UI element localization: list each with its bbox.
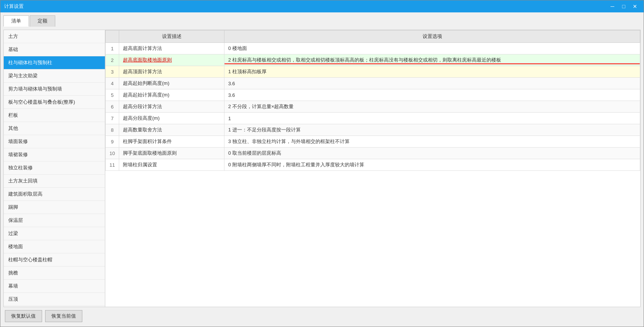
row-val: 0 附墙柱两侧墙厚不同时，附墙柱工程量并入厚度较大的墙计算 [224, 159, 640, 171]
row-num: 6 [106, 101, 119, 113]
window-body: 清单 定额 土方 基础 柱与砌体柱与预制柱 梁与主次助梁 剪力墙与砌体墙与预制墙… [0, 12, 644, 327]
row-desc: 柱脚手架面积计算条件 [119, 136, 224, 148]
col-desc-header: 设置描述 [119, 30, 224, 43]
tab-dinge[interactable]: 定额 [30, 15, 55, 27]
row-val: 1 进一：不足分段高度按一段计算 [224, 124, 640, 136]
sidebar-item-tijiao[interactable]: 踢脚 [4, 201, 105, 214]
tab-qingdan[interactable]: 清单 [3, 15, 29, 27]
sidebar-item-other[interactable]: 其他 [4, 122, 105, 135]
main-content: 土方 基础 柱与砌体柱与预制柱 梁与主次助梁 剪力墙与砌体墙与预制墙 板与空心楼… [3, 30, 641, 307]
table-row[interactable]: 2 超高底面取楼地面原则 2 柱庑标高与楼板相交或相切，取相交或相切楼板顶标高高… [106, 54, 640, 66]
sidebar-item-qiangmian[interactable]: 墙面装修 [4, 135, 105, 148]
row-val: 3.6 [224, 78, 640, 89]
table-row[interactable]: 4 超高起始判断高度(m) 3.6 [106, 78, 640, 89]
table-row[interactable]: 6 超高分段计算方法 2 不分段，计算总量×超高数量 [106, 101, 640, 113]
row-desc: 超高分段高度(m) [119, 113, 224, 124]
row-val: 2 柱庑标高与楼板相交或相切，取相交或相切楼板顶标高高的板；柱庑标高没有与楼板相… [224, 54, 640, 66]
sidebar-item-liang[interactable]: 梁与主次助梁 [4, 69, 105, 83]
table-row[interactable]: 8 超高数量取舍方法 1 进一：不足分段高度按一段计算 [106, 124, 640, 136]
col-num-header [106, 30, 119, 43]
row-num: 3 [106, 66, 119, 78]
sidebar-item-qiangqun[interactable]: 墙裙装修 [4, 148, 105, 161]
sidebar-item-baowenceng[interactable]: 保温层 [4, 214, 105, 227]
row-num: 1 [106, 43, 119, 54]
row-desc: 脚手架底面取楼地面原则 [119, 148, 224, 159]
footer: 恢复默认值 恢复当前值 [3, 307, 641, 324]
row-num: 9 [106, 136, 119, 148]
sidebar-item-tiaoeyan[interactable]: 挑檐 [4, 267, 105, 280]
row-num: 4 [106, 78, 119, 89]
row-desc: 超高起始计算高度(m) [119, 89, 224, 101]
row-desc: 超高底面计算方法 [119, 43, 224, 54]
row-val: 0 楼地面 [224, 43, 640, 54]
sidebar: 土方 基础 柱与砌体柱与预制柱 梁与主次助梁 剪力墙与砌体墙与预制墙 板与空心楼… [4, 30, 105, 307]
row-desc: 超高底面取楼地面原则 [119, 54, 224, 66]
col-val-header: 设置选项 [224, 30, 640, 43]
row-num: 8 [106, 124, 119, 136]
row-desc: 超高数量取舍方法 [119, 124, 224, 136]
sidebar-item-dulizhu[interactable]: 独立柱装修 [4, 161, 105, 175]
sidebar-item-tufanghuitu[interactable]: 土方灰土回填 [4, 175, 105, 188]
row-num: 10 [106, 148, 119, 159]
tab-bar: 清单 定额 [3, 15, 641, 27]
sidebar-item-guoliang[interactable]: 过梁 [4, 227, 105, 240]
table-container: 设置描述 设置选项 1 超高底面计算方法 0 楼地面 [105, 30, 640, 307]
table-row[interactable]: 5 超高起始计算高度(m) 3.6 [106, 89, 640, 101]
sidebar-item-tufang[interactable]: 土方 [4, 30, 105, 43]
row-desc: 超高起始判断高度(m) [119, 78, 224, 89]
maximize-button[interactable]: □ [619, 3, 629, 10]
close-button[interactable]: ✕ [630, 3, 640, 10]
sidebar-item-yading[interactable]: 压顶 [4, 293, 105, 306]
sidebar-item-zhumu[interactable]: 柱帽与空心楼盖柱帽 [4, 253, 105, 267]
sidebar-item-muqiang[interactable]: 幕墙 [4, 280, 105, 293]
table-row[interactable]: 3 超高顶面计算方法 1 柱顶标高扣板厚 [106, 66, 640, 78]
sidebar-item-loudimian[interactable]: 楼地面 [4, 240, 105, 253]
window-title: 计算设置 [4, 3, 608, 10]
row-val: 0 取当前楼层的层庑标高 [224, 148, 640, 159]
table-row[interactable]: 7 超高分段高度(m) 1 [106, 113, 640, 124]
sidebar-item-jianzhu[interactable]: 建筑面积取层高 [4, 188, 105, 201]
minimize-button[interactable]: ─ [608, 3, 617, 10]
row-num: 2 [106, 54, 119, 66]
restore-default-button[interactable]: 恢复默认值 [5, 310, 42, 322]
row-desc: 超高顶面计算方法 [119, 66, 224, 78]
table-row[interactable]: 10 脚手架底面取楼地面原则 0 取当前楼层的层庑标高 [106, 148, 640, 159]
main-window: 计算设置 ─ □ ✕ 清单 定额 土方 基础 柱与砌体柱与预制柱 梁与主次助梁 … [0, 0, 644, 327]
row-desc: 附墙柱归属设置 [119, 159, 224, 171]
table-row[interactable]: 11 附墙柱归属设置 0 附墙柱两侧墙厚不同时，附墙柱工程量并入厚度较大的墙计算 [106, 159, 640, 171]
restore-current-button[interactable]: 恢复当前值 [45, 310, 82, 322]
sidebar-item-ban[interactable]: 板与空心楼盖板与叠合板(整厚) [4, 96, 105, 109]
table-row[interactable]: 1 超高底面计算方法 0 楼地面 [106, 43, 640, 54]
row-val: 3.6 [224, 89, 640, 101]
sidebar-item-zhu[interactable]: 柱与砌体柱与预制柱 [4, 56, 105, 69]
row-desc: 超高分段计算方法 [119, 101, 224, 113]
sidebar-item-jichu[interactable]: 基础 [4, 43, 105, 56]
table-row[interactable]: 9 柱脚手架面积计算条件 3 独立柱、非独立柱均计算，与外墙相交的框架柱不计算 [106, 136, 640, 148]
sidebar-item-lanban[interactable]: 栏板 [4, 109, 105, 122]
title-bar: 计算设置 ─ □ ✕ [0, 0, 644, 12]
sidebar-item-jianliwall[interactable]: 剪力墙与砌体墙与预制墙 [4, 83, 105, 96]
window-controls: ─ □ ✕ [608, 3, 640, 10]
settings-table: 设置描述 设置选项 1 超高底面计算方法 0 楼地面 [105, 30, 640, 171]
row-val: 1 柱顶标高扣板厚 [224, 66, 640, 78]
row-val: 2 不分段，计算总量×超高数量 [224, 101, 640, 113]
row-desc-text: 超高底面取楼地面原则 [123, 57, 172, 63]
row-num: 7 [106, 113, 119, 124]
row-val: 1 [224, 113, 640, 124]
row-val: 3 独立柱、非独立柱均计算，与外墙相交的框架柱不计算 [224, 136, 640, 148]
content-area: 设置描述 设置选项 1 超高底面计算方法 0 楼地面 [105, 30, 640, 307]
row-num: 5 [106, 89, 119, 101]
row-num: 11 [106, 159, 119, 171]
